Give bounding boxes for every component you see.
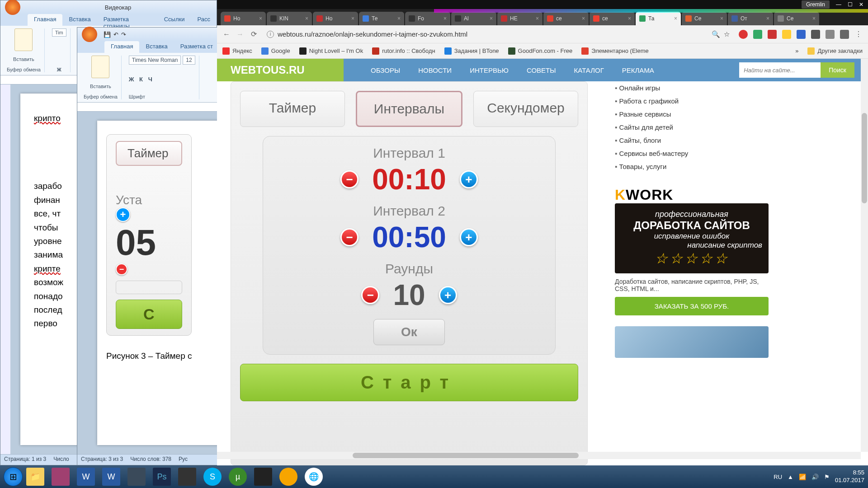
browser-tab[interactable]: Та× <box>636 12 681 25</box>
font-family-box[interactable]: Tim <box>52 28 66 37</box>
bookmark-item[interactable]: Google <box>261 47 290 55</box>
word1-tab-home[interactable]: Главная <box>28 14 62 26</box>
font-family-box[interactable]: Times New Roman <box>129 56 181 65</box>
format-buttons[interactable]: Ж К Ч <box>129 76 154 83</box>
extension-icon[interactable] <box>826 30 835 39</box>
nav-link[interactable]: НОВОСТИ <box>418 66 452 74</box>
paste-icon[interactable] <box>14 28 33 51</box>
site-search-input[interactable] <box>739 62 821 78</box>
skype-icon[interactable]: S <box>203 468 222 486</box>
interval1-minus-button[interactable]: − <box>340 170 359 188</box>
office-button-icon[interactable] <box>5 0 20 15</box>
bookmark-item[interactable]: Задания | BTone <box>444 47 499 55</box>
browser-tab[interactable]: HE× <box>497 12 542 25</box>
extension-icon[interactable] <box>811 30 820 39</box>
sidebar-category-item[interactable]: Сервисы веб-мастеру <box>615 147 769 160</box>
rounds-minus-button[interactable]: − <box>361 286 379 304</box>
minimize-icon[interactable]: — <box>836 1 841 8</box>
kwork-ad[interactable]: KWORK профессиональная ДОРАБОТКА САЙТОВ … <box>615 187 769 315</box>
sidebar-category-item[interactable]: Сайты, блоги <box>615 134 769 147</box>
sidebar-category-item[interactable]: Работа с графикой <box>615 94 769 108</box>
network-icon[interactable]: 📶 <box>799 474 806 480</box>
rounds-plus-button[interactable]: + <box>439 286 457 304</box>
word-icon[interactable]: W <box>77 468 95 486</box>
qat-undo-icon[interactable]: ↶ <box>113 31 118 38</box>
browser-tab[interactable]: Те× <box>359 12 404 25</box>
lang-indicator[interactable]: RU <box>774 474 782 480</box>
app-icon[interactable] <box>52 468 70 486</box>
browser-tab[interactable]: Al× <box>451 12 496 25</box>
aimp-icon[interactable] <box>279 468 297 486</box>
bold-btn[interactable]: Ж <box>57 67 61 72</box>
start-button[interactable]: Старт <box>240 364 578 401</box>
nav-link[interactable]: СОВЕТЫ <box>527 66 556 74</box>
clock-date[interactable]: 01.07.2017 <box>835 477 864 484</box>
reload-icon[interactable]: ⟳ <box>250 30 258 38</box>
username[interactable]: Gremlin <box>802 0 830 9</box>
paste-icon[interactable] <box>91 56 109 78</box>
flag-icon[interactable]: ⚑ <box>824 474 830 480</box>
sidebar-category-item[interactable]: Товары, услуги <box>615 160 769 173</box>
forward-icon[interactable]: → <box>236 30 244 38</box>
word1-tab-layout[interactable]: Разметка страницы <box>97 14 158 26</box>
word1-tab-insert[interactable]: Вставка <box>62 14 97 26</box>
app-icon[interactable] <box>127 468 146 486</box>
tray-up-icon[interactable]: ▲ <box>788 474 793 480</box>
browser-tab[interactable]: От× <box>728 12 773 25</box>
kwork-order-button[interactable]: ЗАКАЗАТЬ ЗА 500 РУБ. <box>615 297 769 315</box>
bookmark-item[interactable]: Night Lovell – I'm Ok <box>299 47 363 55</box>
browser-tab[interactable]: Но× <box>221 12 266 25</box>
tab-stopwatch[interactable]: Секундомер <box>473 91 578 127</box>
extension-icon[interactable] <box>782 30 791 39</box>
interval2-plus-button[interactable]: + <box>460 228 478 246</box>
nav-link[interactable]: ОБЗОРЫ <box>371 66 400 74</box>
word-icon[interactable]: W <box>102 468 120 486</box>
vertical-scrollbar[interactable] <box>861 59 868 452</box>
word1-tab-mail[interactable]: Расс <box>191 14 217 26</box>
horizontal-scrollbar[interactable] <box>217 452 861 459</box>
app-icon[interactable] <box>254 468 272 486</box>
utorrent-icon[interactable]: µ <box>229 468 247 486</box>
other-bookmarks[interactable]: Другие закладки <box>807 47 863 55</box>
nav-link[interactable]: РЕКЛАМА <box>622 66 654 74</box>
menu-icon[interactable]: ⋮ <box>854 30 863 38</box>
site-info-icon[interactable]: i <box>267 31 274 38</box>
star-icon[interactable]: ☆ <box>724 30 730 38</box>
browser-tab[interactable]: Се× <box>682 12 727 25</box>
tab-intervals[interactable]: Интервалы <box>356 91 462 127</box>
browser-tab[interactable]: Се× <box>774 12 819 25</box>
extension-icon[interactable] <box>797 30 806 39</box>
maximize-icon[interactable]: ☐ <box>848 1 853 8</box>
browser-tab[interactable]: Fo× <box>405 12 450 25</box>
site-search-button[interactable]: Поиск <box>821 62 854 78</box>
back-icon[interactable]: ← <box>222 30 231 38</box>
word2-tab-home[interactable]: Главная <box>104 41 139 53</box>
sidebar-category-item[interactable]: Сайты для детей <box>615 121 769 134</box>
explorer-icon[interactable]: 📁 <box>26 468 44 486</box>
office-button-icon[interactable] <box>82 27 97 42</box>
font-size-box[interactable]: 12 <box>183 56 195 65</box>
bookmark-item[interactable]: rutor.info :: Свободн <box>372 47 435 55</box>
bookmark-item[interactable]: Яндекс <box>222 47 252 55</box>
qat-redo-icon[interactable]: ↷ <box>121 31 126 38</box>
chrome-icon[interactable]: 🌐 <box>305 468 323 486</box>
start-button[interactable]: ⊞ <box>4 467 23 486</box>
clock-time[interactable]: 8:55 <box>835 469 864 477</box>
word1-tab-refs[interactable]: Ссылки <box>158 14 191 26</box>
qat-save-icon[interactable]: 💾 <box>104 31 111 38</box>
extension-icon[interactable] <box>768 30 777 39</box>
zoom-icon[interactable]: 🔍 <box>712 30 720 38</box>
interval2-minus-button[interactable]: − <box>340 228 359 246</box>
extension-icon[interactable] <box>840 30 849 39</box>
bookmark-item[interactable]: Элементарно (Eleme <box>581 47 649 55</box>
app-icon[interactable] <box>178 468 196 486</box>
browser-tab[interactable]: KIN× <box>267 12 312 25</box>
browser-tab[interactable]: се× <box>543 12 589 25</box>
ok-button[interactable]: Ок <box>373 319 445 345</box>
word1-titlebar[interactable]: Видеокар <box>0 0 217 14</box>
bookmark-item[interactable]: GoodFon.com - Free <box>508 47 573 55</box>
interval1-plus-button[interactable]: + <box>460 170 478 188</box>
browser-tab[interactable]: се× <box>590 12 635 25</box>
sidebar-category-item[interactable]: Разные сервисы <box>615 108 769 121</box>
extension-icon[interactable] <box>739 30 748 39</box>
